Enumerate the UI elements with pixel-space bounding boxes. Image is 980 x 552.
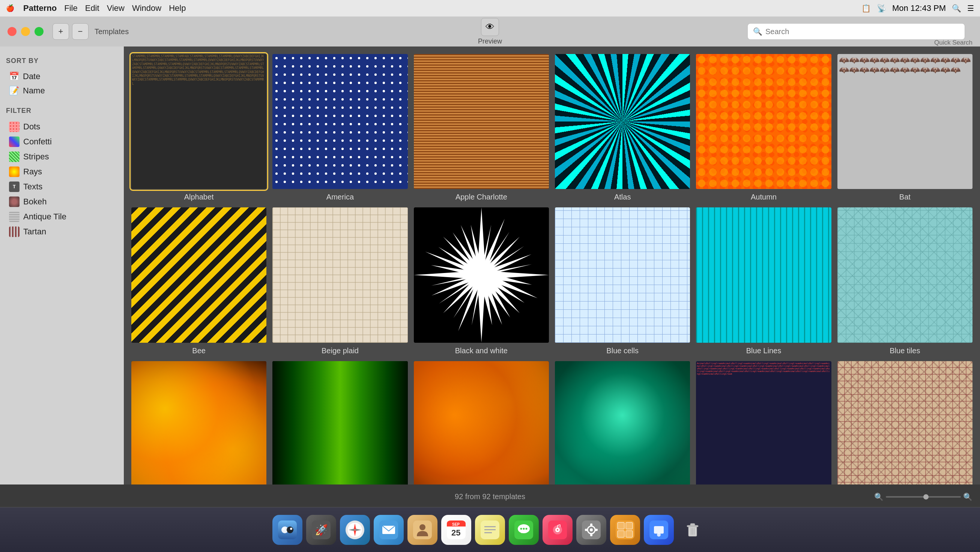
dock-item-finder[interactable] xyxy=(272,515,302,545)
name-icon: 📝 xyxy=(9,86,19,96)
bokeh-wallpaper-pattern xyxy=(414,361,549,484)
zoom-in-icon[interactable]: 🔍 xyxy=(963,492,972,501)
dock-item-calendar[interactable]: SEP 25 xyxy=(441,515,471,545)
menubar-patterno[interactable]: Patterno xyxy=(23,3,57,13)
pattern-item-brow-crimson-cell[interactable]: Brow and crimson cell xyxy=(837,361,972,484)
svg-point-45 xyxy=(557,529,558,531)
pattern-grid-area: STAMPMRLSTAMPMRLSTAMPMRLSTAMPABCSTAMPMRL… xyxy=(124,46,980,484)
pattern-label-atlas: Atlas xyxy=(614,193,631,201)
add-template-button[interactable]: + xyxy=(52,23,69,40)
pattern-item-bee[interactable]: Bee xyxy=(131,207,266,355)
preview-button[interactable]: 👁 Preview xyxy=(478,16,502,46)
sidebar-filter-texts[interactable]: T Texts xyxy=(6,179,118,194)
sidebar-item-name-label: Name xyxy=(23,86,45,96)
sidebar-filter-bokeh[interactable]: Bokeh xyxy=(6,194,118,209)
mail-icon xyxy=(379,520,398,539)
pattern-item-blue-lines[interactable]: Blue Lines xyxy=(696,207,831,355)
pattern-item-beige-plaid[interactable]: Beige plaid xyxy=(272,207,407,355)
main-area: SORT BY 📅 Date 📝 Name FILTER Dots Confet… xyxy=(0,46,980,484)
pattern-item-autumn[interactable]: Autumn xyxy=(696,54,831,201)
svg-point-11 xyxy=(286,527,293,533)
pattern-thumb-blue-tiles xyxy=(837,207,972,343)
date-icon: 📅 xyxy=(9,71,19,81)
menubar-edit[interactable]: Edit xyxy=(85,3,99,13)
pattern-item-bokeh-autumn[interactable]: Bokeh Autumn xyxy=(131,361,266,484)
sidebar-filter-tartan[interactable]: Tartan xyxy=(6,224,118,239)
bokeh-icon xyxy=(9,197,19,207)
pattern-thumb-blue-cells xyxy=(555,207,690,343)
pattern-thumb-bokeh-wallpaper xyxy=(414,361,549,484)
svg-rect-34 xyxy=(484,529,496,530)
pattern-item-bokeh-web-header[interactable]: Bokeh Web Header xyxy=(555,361,690,484)
search-bar[interactable]: 🔍 xyxy=(748,23,965,40)
atlas-pattern xyxy=(555,54,690,189)
sidebar-item-date[interactable]: 📅 Date xyxy=(6,69,118,84)
dock-item-trash[interactable] xyxy=(678,515,708,545)
sidebar-filter-confetti[interactable]: Confetti xyxy=(6,134,118,149)
autumn-pattern xyxy=(696,54,831,189)
music-icon xyxy=(548,520,567,539)
pattern-item-bokeh-banner[interactable]: Bokeh Banner xyxy=(272,361,407,484)
zoom-slider[interactable] xyxy=(886,496,961,498)
system-icon-controlcenter[interactable]: 📋 xyxy=(861,4,871,13)
preview-icon: 👁 xyxy=(481,18,499,36)
blue-cells-pattern xyxy=(555,207,690,343)
pattern-item-bat[interactable]: 🦇🦇🦇🦇🦇🦇🦇🦇🦇🦇🦇🦇🦇🦇🦇🦇🦇🦇🦇🦇🦇🦇🦇🦇🦇 Bat xyxy=(837,54,972,201)
pattern-item-british-invasion[interactable]: AnimalsRollingCreamAnimalsRollingCreamAn… xyxy=(696,361,831,484)
dock-item-contacts[interactable] xyxy=(407,515,438,545)
fullscreen-button[interactable] xyxy=(35,27,43,36)
svg-point-26 xyxy=(420,524,425,530)
pattern-item-america[interactable]: America xyxy=(272,54,407,201)
dock-item-patterno[interactable] xyxy=(610,515,640,545)
templates-label: Templates xyxy=(95,27,129,36)
brow-crimson-pattern xyxy=(837,361,972,484)
sidebar-filter-antique-tile[interactable]: Antique Tile xyxy=(6,209,118,224)
sidebar-filter-stripes[interactable]: Stripes xyxy=(6,149,118,164)
notification-icon[interactable]: ☰ xyxy=(967,4,974,13)
pattern-item-atlas[interactable]: Atlas xyxy=(555,54,690,201)
zoom-out-icon[interactable]: 🔍 xyxy=(874,492,884,501)
pattern-item-black-and-white[interactable]: Black and white xyxy=(414,207,549,355)
sidebar-filter-dots[interactable]: Dots xyxy=(6,119,118,134)
blue-tiles-pattern xyxy=(837,207,972,343)
pattern-item-bokeh-wallpaper[interactable]: Bokeh Wallpaper xyxy=(414,361,549,484)
pattern-label-blue-cells: Blue cells xyxy=(606,346,639,355)
menubar-file[interactable]: File xyxy=(64,3,77,13)
svg-text:25: 25 xyxy=(451,528,460,538)
dock-item-music[interactable] xyxy=(542,515,573,545)
minimize-button[interactable] xyxy=(21,27,30,36)
british-invasion-pattern: AnimalsRollingCreamAnimalsRollingCreamAn… xyxy=(696,361,831,484)
bokeh-web-header-pattern xyxy=(555,361,690,484)
menubar-window[interactable]: Window xyxy=(132,3,161,13)
titlebar: + − Templates 👁 Preview 🔍 Quick Search xyxy=(0,16,980,46)
pattern-item-alphabet[interactable]: STAMPMRLSTAMPMRLSTAMPMRLSTAMPABCSTAMPMRL… xyxy=(131,54,266,201)
pattern-item-apple-charlotte[interactable]: Apple Charlotte xyxy=(414,54,549,201)
search-input[interactable] xyxy=(765,27,959,36)
dock-item-notes[interactable] xyxy=(475,515,505,545)
sidebar-item-name[interactable]: 📝 Name xyxy=(6,84,118,98)
svg-rect-62 xyxy=(654,526,664,534)
dock-item-safari[interactable] xyxy=(340,515,370,545)
system-icon-wifi[interactable]: 📡 xyxy=(877,4,886,13)
remove-template-button[interactable]: − xyxy=(72,23,89,40)
dock-item-messages[interactable] xyxy=(509,515,539,545)
search-icon[interactable]: 🔍 xyxy=(952,4,961,13)
pattern-label-bee: Bee xyxy=(192,346,205,355)
yoink-icon xyxy=(649,520,668,539)
sidebar: SORT BY 📅 Date 📝 Name FILTER Dots Confet… xyxy=(0,46,124,484)
apple-menu-icon[interactable]: 🍎 xyxy=(6,4,14,13)
pattern-label-bat: Bat xyxy=(899,193,911,201)
close-button[interactable] xyxy=(8,27,16,36)
sidebar-filter-rays-label: Rays xyxy=(23,167,42,177)
dock-item-rocket-typist[interactable]: 🚀 xyxy=(306,515,336,545)
pattern-item-blue-tiles[interactable]: Blue tiles xyxy=(837,207,972,355)
zoom-controls: 🔍 🔍 xyxy=(874,492,972,501)
dock-item-yoink[interactable] xyxy=(644,515,674,545)
blue-lines-pattern xyxy=(696,207,831,343)
dock-item-system-preferences[interactable] xyxy=(576,515,606,545)
dock-item-mail[interactable] xyxy=(374,515,404,545)
sidebar-filter-rays[interactable]: Rays xyxy=(6,164,118,179)
pattern-item-blue-cells[interactable]: Blue cells xyxy=(555,207,690,355)
menubar-view[interactable]: View xyxy=(107,3,124,13)
menubar-help[interactable]: Help xyxy=(169,3,186,13)
